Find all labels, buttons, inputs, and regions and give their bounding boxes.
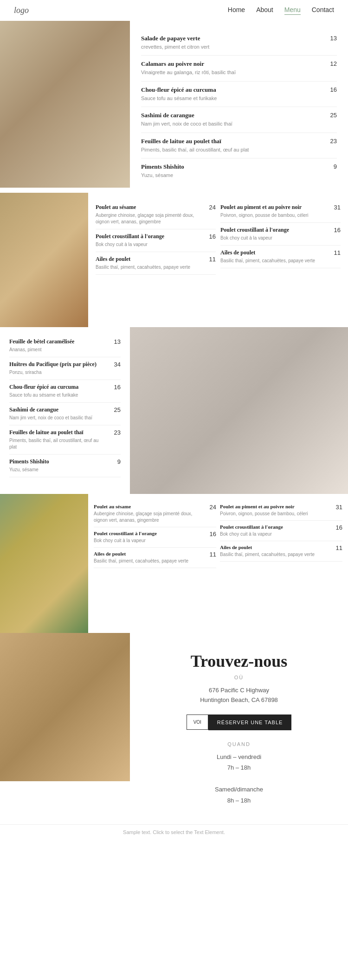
menu-item: Poulet au piment et au poivre noir Poivr… — [220, 500, 342, 521]
menu-item: Poulet croustillant à l'orange Bok choy … — [220, 223, 341, 246]
table-image — [130, 327, 348, 494]
menu-item-name: Poulet croustillant à l'orange — [220, 227, 327, 234]
menu-item-name: Poulet au piment et au poivre noir — [220, 504, 329, 509]
menu-item: Feuilles de laitue au poulet thaï Piment… — [141, 133, 337, 158]
menu-item-info: Poulet au sésame Aubergine chinoise, gla… — [96, 204, 206, 225]
menu-item-name: Poulet au piment et au poivre noir — [220, 204, 327, 211]
menu-item-info: Chou-fleur épicé au curcuma Sauce tofu a… — [141, 86, 328, 102]
menu-item: Sashimi de carangue Nam jim vert, noix d… — [9, 403, 121, 425]
voir-button[interactable]: VOI — [187, 714, 208, 730]
menu-item-name: Chou-fleur épicé au curcuma — [9, 384, 107, 391]
menu-item-info: Poulet croustillant à l'orange Bok choy … — [220, 524, 333, 537]
menu-item-info: Poulet au piment et au poivre noir Poivr… — [220, 504, 333, 517]
menu-item-desc: Piments, basilic thaï, ail croustillant,… — [9, 437, 107, 450]
menu-item-info: Ailes de poulet Basilic thaï, piment, ca… — [220, 544, 333, 558]
menu-item-desc: Ananas, piment — [9, 347, 107, 353]
reserver-button[interactable]: RÉSERVER UNE TABLE — [208, 714, 292, 730]
menu-item: Piments Shishito Yuzu, sésame 9 — [9, 455, 121, 477]
menu-item-info: Ailes de poulet Basilic thaï, piment, ca… — [96, 256, 206, 271]
nav-about[interactable]: About — [256, 6, 273, 15]
menu-item: Salade de papaye verte crevettes, piment… — [141, 30, 337, 56]
menu-item: Ailes de poulet Basilic thaï, piment, ca… — [220, 541, 342, 562]
menu-item-price: 11 — [206, 256, 216, 263]
find-us-content: Trouvez-nous OÙ 676 Pacific C Highway Hu… — [130, 633, 348, 824]
menu-item: Poulet au sésame Aubergine chinoise, gla… — [94, 500, 216, 527]
find-us-section: Trouvez-nous OÙ 676 Pacific C Highway Hu… — [0, 633, 348, 824]
waiter-image — [0, 633, 130, 781]
section-2-col1: Poulet au sésame Aubergine chinoise, gla… — [96, 200, 216, 320]
menu-item-desc: Bok choy cuit à la vapeur — [220, 531, 329, 537]
menu-item-price: 23 — [328, 138, 337, 145]
menu-item-price: 12 — [328, 60, 337, 67]
menu-item-name: Poulet au sésame — [96, 204, 202, 211]
menu-item: Ailes de poulet Basilic thaï, piment, ca… — [94, 548, 216, 568]
menu-item-name: Calamars au poivre noir — [141, 60, 323, 68]
menu-item-price: 16 — [111, 384, 121, 391]
nav-contact[interactable]: Contact — [312, 6, 334, 15]
menu-item-price: 11 — [207, 551, 216, 558]
menu-item-desc: Vinaigrette au galanga, riz rôti, basili… — [141, 69, 323, 76]
menu-item-price: 23 — [111, 429, 121, 436]
menu-item-price: 31 — [331, 204, 341, 211]
section-2-menus: Poulet au sésame Aubergine chinoise, gla… — [88, 193, 348, 327]
menu-item-desc: Bok choy cuit à la vapeur — [220, 235, 327, 241]
menu-item-info: Sashimi de carangue Nam jim vert, noix d… — [9, 406, 111, 421]
sample-text[interactable]: Sample text. Click to select the Text El… — [0, 824, 348, 840]
menu-item-desc: Bok choy cuit à la vapeur — [96, 241, 202, 248]
section-3-menu: Feuille de bétel caramélisée Ananas, pim… — [0, 327, 130, 494]
menu-item-price: 24 — [207, 504, 216, 511]
menu-item-name: Ailes de poulet — [220, 544, 329, 550]
menu-item: Chou-fleur épicé au curcuma Sauce tofu a… — [141, 82, 337, 107]
menu-item-desc: crevettes, piment et citron vert — [141, 44, 323, 51]
menu-item-desc: Basilic thaï, piment, cacahuètes, papaye… — [94, 558, 202, 564]
menu-item-price: 25 — [111, 406, 121, 413]
menu-item-name: Ailes de poulet — [96, 256, 202, 263]
address-line1: 676 Pacific C Highway — [209, 687, 269, 694]
menu-item: Chou-fleur épicé au curcuma Sauce tofu a… — [9, 380, 121, 403]
food-image-1 — [0, 21, 130, 188]
menu-item-info: Poulet croustillant à l'orange Bok choy … — [94, 531, 207, 544]
menu-item-desc: Aubergine chinoise, glaçage soja pimenté… — [94, 511, 202, 524]
hour-line: 7h – 18h — [144, 762, 334, 773]
menu-item-price: 11 — [333, 544, 342, 551]
section-1-menu: Salade de papaye verte crevettes, piment… — [130, 21, 348, 193]
menu-item-name: Piments Shishito — [9, 458, 107, 465]
hour-line: Samedi/dimanche — [144, 784, 334, 795]
menu-item-info: Sashimi de carangue Nam jim vert, noix d… — [141, 112, 328, 127]
menu-item-desc: Yuzu, sésame — [9, 467, 107, 473]
nav-menu[interactable]: Menu — [284, 6, 301, 15]
section-4-col2: Poulet au piment et au poivre noir Poivr… — [220, 500, 342, 626]
nav-home[interactable]: Home — [228, 6, 245, 15]
hours: Lundi – vendredi7h – 18hSamedi/dimanche8… — [144, 752, 334, 806]
terrace-image — [0, 494, 88, 633]
menu-item-info: Ailes de poulet Basilic thaï, piment, ca… — [94, 551, 207, 564]
menu-item-name: Poulet croustillant à l'orange — [94, 531, 202, 536]
find-us-title: Trouvez-nous — [144, 651, 334, 671]
logo[interactable]: logo — [14, 6, 29, 15]
menu-item: Piments Shishito Yuzu, sésame 9 — [141, 158, 337, 183]
menu-item-info: Huîtres du Pacifique (prix par pièce) Po… — [9, 361, 111, 376]
menu-item: Poulet croustillant à l'orange Bok choy … — [94, 527, 216, 548]
menu-item: Calamars au poivre noir Vinaigrette au g… — [141, 56, 337, 81]
menu-item-name: Poulet croustillant à l'orange — [96, 233, 202, 240]
menu-item-price: 16 — [333, 524, 342, 531]
reserve-buttons: VOI RÉSERVER UNE TABLE — [144, 714, 334, 730]
menu-item-info: Ailes de poulet Basilic thaï, piment, ca… — [220, 249, 331, 264]
menu-item-price: 16 — [331, 227, 341, 234]
menu-item-info: Poulet croustillant à l'orange Bok choy … — [96, 233, 206, 248]
where-label: OÙ — [144, 675, 334, 680]
menu-item: Poulet croustillant à l'orange Bok choy … — [220, 521, 342, 541]
section-4-col1: Poulet au sésame Aubergine chinoise, gla… — [94, 500, 216, 626]
menu-item-desc: Nam jim vert, noix de coco et basilic th… — [141, 120, 323, 127]
menu-item-desc: Aubergine chinoise, glaçage soja pimenté… — [96, 212, 202, 225]
menu-item-price: 34 — [111, 361, 121, 368]
menu-item-name: Chou-fleur épicé au curcuma — [141, 86, 323, 94]
menu-item: Huîtres du Pacifique (prix par pièce) Po… — [9, 357, 121, 380]
menu-item-info: Feuille de bétel caramélisée Ananas, pim… — [9, 338, 111, 353]
menu-item-price: 25 — [328, 112, 337, 119]
menu-item-price: 16 — [328, 86, 337, 93]
menu-item-name: Poulet croustillant à l'orange — [220, 524, 329, 530]
section-4-menus: Poulet au sésame Aubergine chinoise, gla… — [88, 494, 348, 633]
menu-item: Sashimi de carangue Nam jim vert, noix d… — [141, 107, 337, 133]
menu-item-name: Huîtres du Pacifique (prix par pièce) — [9, 361, 107, 368]
